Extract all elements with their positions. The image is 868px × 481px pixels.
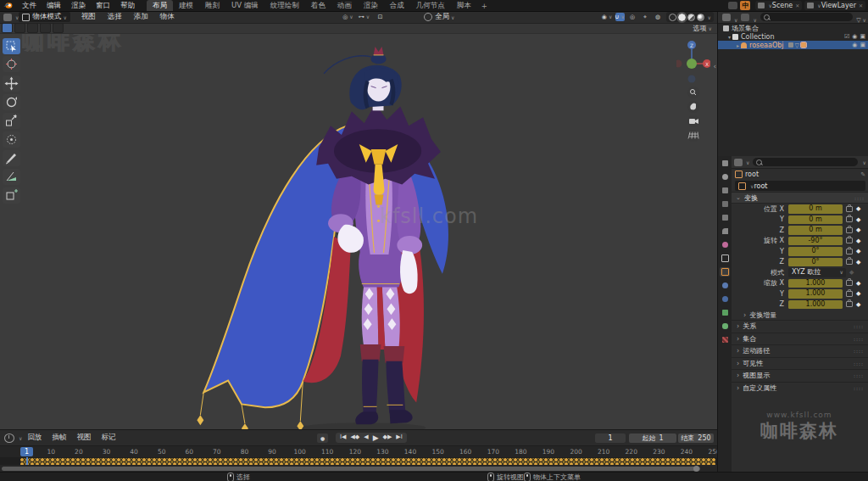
lock-icon[interactable]	[846, 280, 853, 286]
menu-item[interactable]: 文件	[17, 1, 42, 11]
workspace-tab[interactable]: 着色	[305, 0, 331, 11]
select-mode-extend-icon[interactable]	[14, 23, 25, 33]
viewlayer-selector[interactable]: ViewLayer	[804, 1, 865, 10]
frame-start-field[interactable]: 起始1	[629, 433, 676, 443]
hide-eye-icon[interactable]: ◉	[852, 42, 857, 48]
keyframe-diamond-icon[interactable]	[856, 259, 860, 266]
shading-dropdown-icon[interactable]	[706, 13, 711, 21]
object-name-field[interactable]: root	[735, 181, 865, 191]
tab-render[interactable]	[720, 186, 730, 195]
lock-icon[interactable]	[846, 291, 853, 297]
mode-dropdown[interactable]: 物体模式	[19, 12, 70, 22]
lock-icon[interactable]	[846, 301, 853, 307]
tab-object-data[interactable]	[720, 308, 730, 317]
pivot-point-icon[interactable]: ◎	[343, 13, 353, 21]
collapsed-panel[interactable]: 视图显示	[732, 369, 868, 382]
tab-object[interactable]	[720, 267, 730, 277]
character-model[interactable]	[191, 45, 477, 429]
timeline-scrollbar[interactable]	[2, 467, 700, 471]
jump-to-end-button[interactable]	[394, 433, 403, 442]
display-mode-icon[interactable]	[741, 14, 749, 21]
menu-item[interactable]: 帮助	[115, 1, 140, 11]
navigation-gizmo[interactable]: Z X	[676, 35, 710, 143]
proportional-editing-icon[interactable]: ◎	[628, 13, 637, 21]
outliner-row-roseaaobj[interactable]: roseaaObj ◉ ▣	[718, 41, 868, 49]
menu-item[interactable]: 编辑	[42, 1, 66, 11]
viewport-3d[interactable]: 物体模式 视图选择添加物体 ◎ ⊶ ⊡ 全局 ◉ ∪ ◎ ⌖ ◍	[0, 11, 717, 429]
lock-icon[interactable]	[846, 216, 853, 222]
collapsed-panel[interactable]: 自定义属性	[732, 382, 868, 394]
workspace-tab[interactable]: 建模	[173, 0, 199, 11]
outliner-type-icon[interactable]	[722, 14, 731, 21]
scrollbar-handle[interactable]	[693, 466, 699, 472]
properties-search-input[interactable]	[753, 158, 857, 166]
rendered-shading-icon[interactable]	[697, 14, 704, 21]
tab-world[interactable]	[720, 240, 730, 249]
transform-panel-header[interactable]: 变换	[732, 192, 868, 204]
tab-collection[interactable]	[720, 254, 730, 263]
wireframe-shading-icon[interactable]	[669, 14, 676, 21]
timeline-menu-item[interactable]: 标记	[96, 433, 120, 443]
snap-magnet-icon[interactable]: ∪	[615, 13, 625, 21]
keyframe-diamond-icon[interactable]	[856, 290, 860, 297]
add-workspace-button[interactable]: +	[477, 2, 492, 10]
timeline-editor-icon[interactable]	[4, 433, 14, 443]
workspace-tab[interactable]: 雕刻	[199, 0, 225, 11]
select-mode-invert-icon[interactable]	[40, 23, 51, 33]
frame-end-field[interactable]: 结束250	[678, 433, 714, 443]
value-field[interactable]: 1.000	[788, 279, 843, 288]
menu-item[interactable]: 窗口	[91, 1, 115, 11]
show-overlays-icon[interactable]: ◍	[654, 13, 663, 21]
show-gizmo-icon[interactable]: ⌖	[641, 13, 650, 21]
value-field[interactable]: 1.000	[788, 289, 843, 299]
current-frame-indicator[interactable]: 1	[20, 447, 33, 456]
tab-bone[interactable]	[720, 322, 730, 331]
value-field[interactable]: 0°	[788, 247, 843, 256]
keyframe-diamond-icon[interactable]	[856, 227, 860, 233]
tab-tool[interactable]	[720, 172, 730, 182]
previous-keyframe-button[interactable]	[348, 433, 361, 442]
lock-icon[interactable]	[846, 227, 853, 233]
timeline-menu-item[interactable]: 视图	[71, 433, 96, 443]
workspace-tab[interactable]: 几何节点	[410, 0, 451, 11]
disable-render-icon[interactable]: ▣	[860, 33, 865, 40]
lock-icon[interactable]	[846, 259, 853, 265]
play-button[interactable]	[371, 433, 381, 442]
outliner-row-scene-collection[interactable]: 场景集合	[718, 24, 868, 32]
collapsed-panel[interactable]: 集合	[732, 333, 868, 345]
tab-physics[interactable]	[720, 294, 730, 304]
value-field[interactable]: 0°	[788, 258, 843, 267]
viewport-menu-item[interactable]: 选择	[102, 12, 128, 22]
value-field[interactable]: 1.000	[788, 300, 843, 310]
workspace-tab[interactable]: 动画	[331, 0, 358, 11]
properties-options-icon[interactable]	[861, 159, 866, 166]
workspace-tab[interactable]: 纹理绘制	[264, 0, 305, 11]
material-shading-icon[interactable]	[687, 14, 695, 21]
outliner-row-collection[interactable]: Collection ☑ ◉ ▣	[718, 32, 868, 41]
jump-to-start-button[interactable]	[338, 433, 348, 442]
viewport-menu-item[interactable]: 物体	[154, 12, 181, 22]
keyframe-diamond-icon[interactable]	[856, 248, 860, 254]
checkbox-icon[interactable]: ☑	[844, 33, 849, 40]
value-field[interactable]: -90°	[788, 237, 843, 246]
value-field[interactable]: 0 m	[788, 226, 843, 235]
keyframe-diamond-icon[interactable]	[856, 216, 860, 223]
region-collapse-icon[interactable]: ‹	[713, 62, 716, 70]
properties-icon[interactable]	[734, 159, 743, 166]
workspace-tab[interactable]: 合成	[384, 0, 410, 11]
tab-output[interactable]	[720, 199, 730, 209]
language-badge[interactable]: 中	[740, 1, 750, 10]
transform-orientation-dropdown[interactable]: 全局	[424, 12, 454, 22]
timeline-menu-item[interactable]: 回放	[22, 433, 47, 443]
tab-view-layer[interactable]	[720, 213, 730, 222]
workspace-tab[interactable]: UV 编辑	[225, 0, 264, 11]
hide-eye-icon[interactable]: ◉	[852, 33, 857, 40]
tab-texture[interactable]	[720, 335, 730, 344]
delta-transform-panel[interactable]: 变换增量	[732, 310, 868, 320]
viewport-options-dropdown[interactable]: 选项	[693, 24, 712, 33]
next-keyframe-button[interactable]	[381, 433, 394, 442]
timeline-ruler[interactable]: 1020304050607080901001101201301401501601…	[0, 445, 717, 457]
keyframe-diamond-icon[interactable]	[856, 238, 860, 244]
workspace-tab[interactable]: 布局	[147, 0, 173, 11]
collapsed-panel[interactable]: 运动路径	[732, 344, 868, 357]
